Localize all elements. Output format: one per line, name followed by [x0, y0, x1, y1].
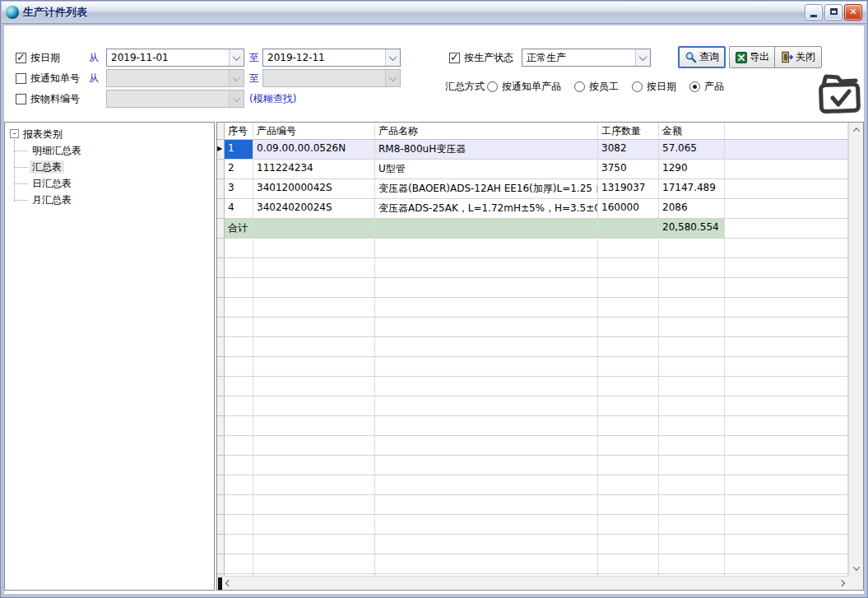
query-button[interactable]: 查询	[678, 46, 726, 68]
maximize-button[interactable]	[824, 4, 842, 21]
table-cell[interactable]	[225, 258, 253, 278]
table-cell[interactable]	[659, 337, 725, 357]
table-cell[interactable]	[659, 278, 725, 298]
export-button[interactable]: 导出	[729, 46, 776, 68]
table-cell[interactable]: 3	[225, 179, 253, 199]
table-cell[interactable]	[659, 515, 725, 535]
table-cell[interactable]	[725, 396, 848, 416]
table-cell[interactable]: 1	[225, 140, 253, 160]
table-cell[interactable]	[725, 416, 848, 436]
table-cell[interactable]	[253, 535, 375, 554]
table-cell[interactable]: U型管	[375, 160, 598, 179]
table-cell[interactable]	[253, 239, 375, 258]
table-cell[interactable]: RM8-800uH变压器	[375, 140, 598, 160]
minimize-button[interactable]	[805, 4, 823, 21]
table-cell[interactable]	[659, 416, 725, 436]
close-window-button[interactable]: ✕	[844, 4, 862, 21]
table-cell[interactable]	[225, 377, 253, 396]
table-row[interactable]: 434024020024S变压器ADS-25AK，L=1.72mH±5%，H=3…	[217, 199, 848, 219]
chevron-down-icon[interactable]	[385, 49, 400, 66]
table-cell[interactable]	[659, 377, 725, 396]
table-cell[interactable]	[253, 258, 375, 278]
table-cell[interactable]	[598, 396, 659, 416]
table-cell[interactable]	[598, 258, 659, 278]
table-cell[interactable]	[598, 535, 659, 554]
table-cell[interactable]	[225, 396, 253, 416]
table-cell[interactable]	[659, 535, 725, 554]
table-cell[interactable]	[725, 123, 848, 140]
table-cell[interactable]	[725, 298, 848, 318]
table-cell[interactable]	[725, 357, 848, 377]
table-cell[interactable]	[659, 239, 725, 258]
table-cell[interactable]	[225, 278, 253, 298]
table-cell[interactable]	[225, 318, 253, 337]
table-cell[interactable]	[253, 475, 375, 495]
table-cell[interactable]	[375, 495, 598, 515]
table-cell[interactable]	[375, 515, 598, 535]
tree-collapse-icon[interactable]: -	[10, 129, 19, 138]
table-cell[interactable]	[375, 357, 598, 377]
table-cell[interactable]	[659, 357, 725, 377]
table-cell[interactable]	[725, 179, 848, 199]
table-cell[interactable]	[375, 377, 598, 396]
table-cell[interactable]	[598, 318, 659, 337]
horizontal-scrollbar[interactable]	[217, 576, 848, 590]
table-cell[interactable]	[598, 219, 659, 239]
table-cell[interactable]	[375, 535, 598, 554]
table-cell[interactable]	[725, 239, 848, 258]
table-cell[interactable]	[725, 554, 848, 574]
table-cell[interactable]	[659, 456, 725, 475]
table-cell[interactable]	[225, 298, 253, 318]
table-cell[interactable]	[253, 554, 375, 574]
table-cell[interactable]: 111224234	[253, 160, 375, 179]
table-cell[interactable]	[659, 258, 725, 278]
table-cell[interactable]	[253, 495, 375, 515]
table-cell[interactable]	[375, 298, 598, 318]
table-cell[interactable]	[598, 298, 659, 318]
notice-from-select[interactable]	[106, 69, 244, 87]
table-cell[interactable]	[225, 357, 253, 377]
table-cell[interactable]	[725, 140, 848, 160]
table-cell[interactable]	[725, 199, 848, 219]
table-cell[interactable]	[659, 318, 725, 337]
table-cell[interactable]: 4	[225, 199, 253, 219]
table-cell[interactable]	[725, 535, 848, 554]
table-cell[interactable]	[225, 475, 253, 495]
table-cell[interactable]	[598, 239, 659, 258]
table-cell[interactable]: 3750	[598, 160, 659, 179]
tree-item-2[interactable]: 日汇总表	[30, 175, 212, 192]
table-cell[interactable]	[225, 456, 253, 475]
by-date-checkbox[interactable]	[16, 53, 26, 63]
table-cell[interactable]	[725, 515, 848, 535]
table-cell[interactable]: 序号	[225, 123, 253, 140]
table-cell[interactable]: 产品名称	[375, 123, 598, 140]
table-cell[interactable]	[375, 554, 598, 574]
chevron-down-icon[interactable]	[229, 49, 244, 66]
table-cell[interactable]	[225, 495, 253, 515]
table-cell[interactable]	[253, 396, 375, 416]
table-cell[interactable]	[225, 535, 253, 554]
scroll-up-icon[interactable]	[849, 123, 863, 137]
tree-item-3[interactable]: 月汇总表	[30, 192, 212, 208]
table-cell[interactable]	[375, 396, 598, 416]
table-cell[interactable]: 产品编号	[253, 123, 375, 140]
vertical-scrollbar[interactable]	[848, 123, 863, 576]
table-cell[interactable]	[253, 337, 375, 357]
table-cell[interactable]	[225, 416, 253, 436]
table-cell[interactable]	[725, 436, 848, 456]
chevron-down-icon[interactable]	[635, 49, 650, 66]
by-material-checkbox[interactable]	[16, 94, 26, 104]
notice-to-select[interactable]	[262, 69, 401, 87]
table-cell[interactable]	[598, 475, 659, 495]
table-cell[interactable]	[375, 219, 598, 239]
table-cell[interactable]	[598, 436, 659, 456]
date-from-select[interactable]: 2019-11-01	[106, 49, 244, 67]
table-cell[interactable]: 合计	[225, 219, 253, 239]
table-cell[interactable]	[725, 219, 848, 239]
table-cell[interactable]	[253, 219, 375, 239]
table-cell[interactable]	[725, 337, 848, 357]
table-cell[interactable]: 160000	[598, 199, 659, 219]
table-cell[interactable]	[725, 278, 848, 298]
table-cell[interactable]	[253, 318, 375, 337]
table-cell[interactable]	[659, 495, 725, 515]
